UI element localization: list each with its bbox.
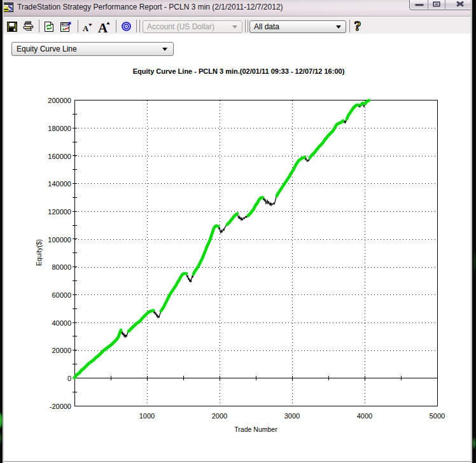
svg-text:3000: 3000: [284, 412, 300, 420]
svg-text:5000: 5000: [430, 412, 445, 420]
svg-text:200000: 200000: [48, 97, 71, 104]
svg-text:20000: 20000: [52, 347, 71, 354]
svg-text:140000: 140000: [48, 180, 71, 188]
svg-text:Equity($): Equity($): [35, 239, 43, 266]
svg-text:120000: 120000: [48, 208, 71, 216]
svg-text:2000: 2000: [212, 412, 227, 420]
svg-text:Trade Number: Trade Number: [234, 425, 277, 433]
svg-text:80000: 80000: [52, 263, 71, 271]
svg-text:180000: 180000: [48, 125, 71, 132]
svg-text:-20000: -20000: [50, 403, 71, 410]
svg-text:40000: 40000: [52, 319, 71, 327]
svg-text:1000: 1000: [139, 412, 155, 420]
svg-text:4000: 4000: [357, 412, 372, 420]
svg-text:160000: 160000: [48, 153, 71, 160]
svg-text:100000: 100000: [48, 236, 71, 244]
svg-text:60000: 60000: [52, 291, 71, 299]
svg-text:0: 0: [67, 375, 71, 382]
svg-text:Equity Curve Line - PCLN 3 min: Equity Curve Line - PCLN 3 min.(02/01/11…: [133, 67, 345, 75]
